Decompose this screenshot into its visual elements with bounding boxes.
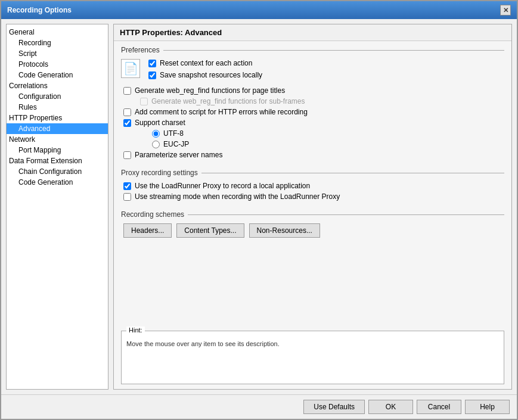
panel-content: Preferences 📄 Reset context for each act…: [114, 41, 511, 331]
sidebar-item-rules[interactable]: Rules: [7, 102, 108, 113]
close-button[interactable]: ✕: [500, 5, 511, 15]
document-icon: 📄: [123, 61, 138, 76]
support-charset-label: Support charset: [135, 119, 185, 127]
support-charset-checkbox[interactable]: [123, 119, 131, 127]
use-loadrunner-row: Use the LoadRunner Proxy to record a loc…: [121, 182, 504, 190]
proxy-label: Proxy recording settings: [121, 169, 504, 177]
proxy-section: Proxy recording settings Use the LoadRun…: [121, 169, 504, 201]
sidebar-item-code-generation[interactable]: Code Generation: [7, 70, 108, 80]
headers-button[interactable]: Headers...: [123, 223, 172, 238]
sidebar-item-configuration[interactable]: Configuration: [7, 91, 108, 102]
parameterize-row: Parameterize server names: [121, 151, 504, 159]
title-bar: Recording Options ✕: [1, 1, 517, 19]
generate-sub-frames-label: Generate web_reg_find functions for sub-…: [151, 97, 305, 105]
cancel-button[interactable]: Cancel: [417, 400, 461, 414]
save-snapshot-row: Save snapshot resources locally: [146, 71, 504, 79]
sidebar-item-correlations[interactable]: Correlations: [7, 80, 108, 91]
add-comment-label: Add comment to script for HTTP errors wh…: [135, 108, 308, 116]
sidebar-item-code-generation2[interactable]: Code Generation: [7, 177, 108, 188]
content-types-button[interactable]: Content Types...: [176, 223, 244, 238]
utf8-row: UTF-8: [121, 129, 504, 138]
hint-label: Hint:: [126, 326, 145, 334]
use-loadrunner-label: Use the LoadRunner Proxy to record a loc…: [135, 182, 310, 190]
utf8-label: UTF-8: [163, 129, 184, 138]
preferences-top: 📄 Reset context for each action Save sna…: [121, 59, 504, 82]
use-streaming-label: Use streaming mode when recording with t…: [135, 192, 340, 201]
ok-button[interactable]: OK: [368, 400, 413, 414]
recording-schemes-label: Recording schemes: [121, 210, 504, 219]
use-defaults-button[interactable]: Use Defaults: [303, 400, 365, 414]
sidebar-item-chain-configuration[interactable]: Chain Configuration: [7, 166, 108, 177]
generate-sub-frames-checkbox[interactable]: [140, 98, 148, 105]
eucjp-radio[interactable]: [152, 141, 160, 148]
save-snapshot-checkbox[interactable]: [148, 71, 156, 79]
dialog-body: General Recording Script Protocols Code …: [1, 19, 517, 394]
document-icon-box: 📄: [121, 59, 140, 78]
eucjp-label: EUC-JP: [163, 140, 189, 148]
sidebar-tree: General Recording Script Protocols Code …: [6, 24, 108, 390]
use-loadrunner-checkbox[interactable]: [123, 182, 131, 190]
footer: Use Defaults OK Cancel Help: [1, 394, 517, 419]
add-comment-row: Add comment to script for HTTP errors wh…: [121, 108, 504, 116]
recording-schemes-buttons: Headers... Content Types... Non-Resource…: [121, 223, 504, 238]
preferences-section: Preferences 📄 Reset context for each act…: [121, 46, 504, 159]
hint-text: Move the mouse over any item to see its …: [126, 340, 280, 347]
hint-section: Hint: Move the mouse over any item to se…: [121, 331, 504, 384]
sidebar-item-port-mapping[interactable]: Port Mapping: [7, 145, 108, 155]
parameterize-label: Parameterize server names: [135, 151, 222, 159]
eucjp-row: EUC-JP: [121, 140, 504, 148]
save-snapshot-label: Save snapshot resources locally: [160, 71, 262, 79]
panel-title: HTTP Properties: Advanced: [114, 24, 511, 41]
sidebar-item-http-properties[interactable]: HTTP Properties: [7, 113, 108, 123]
sidebar-item-data-format-extension[interactable]: Data Format Extension: [7, 155, 108, 166]
generate-sub-frames-row: Generate web_reg_find functions for sub-…: [121, 97, 504, 105]
generate-web-reg-row: Generate web_reg_find functions for page…: [121, 86, 504, 95]
recording-options-dialog: Recording Options ✕ General Recording Sc…: [0, 0, 518, 420]
use-streaming-row: Use streaming mode when recording with t…: [121, 192, 504, 201]
parameterize-checkbox[interactable]: [123, 151, 131, 159]
sidebar-item-general[interactable]: General: [7, 27, 108, 38]
generate-web-reg-checkbox[interactable]: [123, 87, 131, 95]
sidebar-item-advanced[interactable]: Advanced: [7, 123, 108, 134]
recording-schemes-section: Recording schemes Headers... Content Typ…: [121, 210, 504, 238]
non-resources-button[interactable]: Non-Resources...: [249, 223, 320, 238]
reset-context-checkbox[interactable]: [148, 60, 156, 67]
dialog-title: Recording Options: [7, 6, 72, 14]
help-button[interactable]: Help: [465, 400, 510, 414]
sidebar-item-script[interactable]: Script: [7, 48, 108, 59]
use-streaming-checkbox[interactable]: [123, 193, 131, 201]
sidebar-item-protocols[interactable]: Protocols: [7, 59, 108, 70]
main-panel: HTTP Properties: Advanced Preferences 📄 …: [113, 24, 512, 390]
sidebar-item-network[interactable]: Network: [7, 134, 108, 145]
support-charset-row: Support charset: [121, 119, 504, 127]
preferences-label: Preferences: [121, 46, 504, 54]
utf8-radio[interactable]: [152, 130, 160, 138]
reset-context-label: Reset context for each action: [160, 59, 252, 67]
sidebar-item-recording[interactable]: Recording: [7, 38, 108, 48]
generate-web-reg-label: Generate web_reg_find functions for page…: [135, 86, 285, 95]
add-comment-checkbox[interactable]: [123, 108, 131, 116]
pref-checkboxes: Reset context for each action Save snaps…: [146, 59, 504, 82]
reset-context-row: Reset context for each action: [146, 59, 504, 67]
